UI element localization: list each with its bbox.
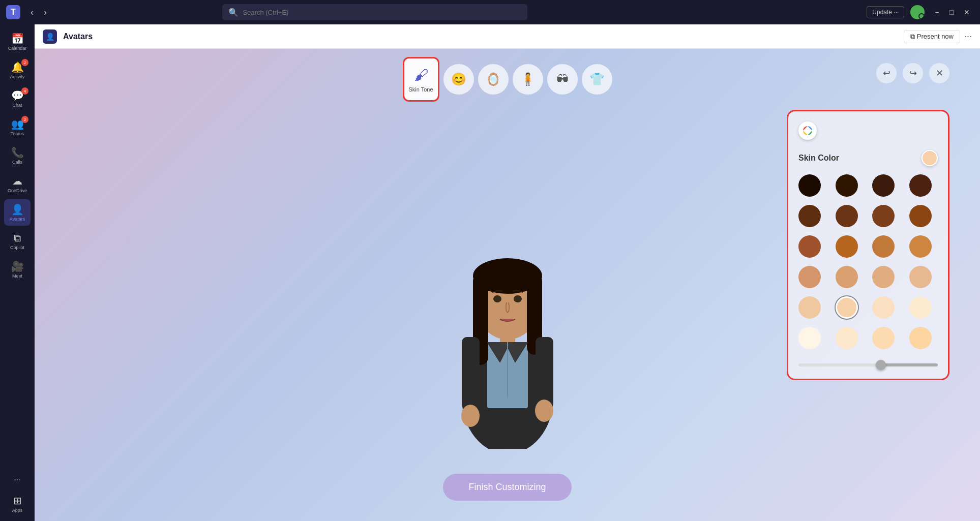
body-button[interactable]: 🧍 [513,64,543,95]
color-swatch-19[interactable] [909,296,932,319]
svg-point-12 [514,295,522,302]
avatar-toolbar: 🖌 Skin Tone 😊 🪞 🧍 🕶 👕 [403,57,612,102]
user-avatar[interactable] [910,5,925,19]
window-controls: − □ ✕ [931,6,974,18]
sidebar-item-copilot[interactable]: ⧉ Copilot [4,228,31,254]
color-swatch-6[interactable] [872,205,895,227]
skin-tone-icon: 🖌 [414,67,428,83]
undo-button[interactable]: ↩ [876,63,897,83]
accessories-button[interactable]: 🕶 [547,64,578,95]
minimize-button[interactable]: − [931,6,943,18]
sidebar-item-teams[interactable]: 👥 Teams 2 [4,114,31,140]
panel-title-row: Skin Color [798,150,938,166]
skin-tone-label: Skin Tone [408,86,433,93]
color-swatch-23[interactable] [909,327,932,349]
face-icon: 😊 [451,72,466,86]
search-input[interactable] [243,9,521,16]
color-swatch-21[interactable] [836,327,858,349]
color-swatch-7[interactable] [909,205,932,227]
back-button[interactable]: ‹ [26,5,38,20]
nav-buttons: ‹ › [26,5,51,20]
svg-point-9 [461,405,480,427]
close-customizer-button[interactable]: ✕ [929,63,949,83]
hair-icon: 🪞 [486,72,501,86]
present-now-label: Present now [917,33,954,40]
panel-title: Skin Color [798,154,839,163]
content-area: 👤 Avatars ⧉ Present now ··· 🖌 Skin Tone … [35,24,980,521]
panel-google-icon [798,121,817,140]
sidebar-item-activity[interactable]: 🔔 Activity 2 [4,57,31,83]
sidebar-item-apps[interactable]: ⊞ Apps [4,491,31,517]
calls-icon: 📞 [11,146,24,159]
app-header-title: Avatars [63,32,93,41]
color-swatch-14[interactable] [872,266,895,288]
color-swatch-22[interactable] [872,327,895,349]
panel-selected-swatch[interactable] [922,150,938,166]
color-swatch-17[interactable] [836,296,858,319]
color-swatch-5[interactable] [836,205,858,227]
sidebar-label-avatars: Avatars [10,217,25,222]
google-colors-icon [802,125,813,136]
outfit-button[interactable]: 👕 [582,64,612,95]
avatars-icon: 👤 [11,203,24,216]
color-swatch-3[interactable] [909,174,932,197]
face-button[interactable]: 😊 [443,64,474,95]
sidebar-label-calls: Calls [12,160,22,165]
forward-button[interactable]: › [40,5,51,20]
sidebar-item-calendar[interactable]: 📅 Calendar [4,28,31,55]
color-swatch-15[interactable] [909,266,932,288]
hair-button[interactable]: 🪞 [478,64,509,95]
sidebar-label-meet: Meet [12,273,22,279]
present-icon: ⧉ [910,33,915,41]
activity-badge: 2 [21,59,28,66]
sidebar-item-onedrive[interactable]: ☁ OneDrive [4,171,31,197]
sidebar-item-meet[interactable]: 🎥 Meet [4,256,31,283]
maximize-button[interactable]: □ [945,6,958,18]
svg-rect-8 [536,337,553,408]
color-swatch-16[interactable] [798,296,821,319]
sidebar-item-chat[interactable]: 💬 Chat 4 [4,85,31,112]
copilot-icon: ⧉ [14,232,21,244]
sidebar-item-calls[interactable]: 📞 Calls [4,142,31,169]
color-swatch-13[interactable] [836,266,858,288]
color-swatch-20[interactable] [798,327,821,349]
color-swatch-11[interactable] [909,235,932,258]
finish-customizing-button[interactable]: Finish Customizing [443,474,571,501]
color-swatch-18[interactable] [872,296,895,319]
title-bar-right: Update ··· − □ ✕ [867,5,974,19]
sidebar-label-chat: Chat [12,103,22,108]
calendar-icon: 📅 [11,33,24,45]
color-swatch-8[interactable] [798,235,821,258]
header-right: ⧉ Present now ··· [904,30,972,43]
color-swatch-4[interactable] [798,205,821,227]
sidebar-label-copilot: Copilot [10,245,24,250]
color-grid [798,174,938,349]
sidebar-label-calendar: Calendar [8,46,27,51]
present-now-button[interactable]: ⧉ Present now [904,30,960,43]
toolbar-actions: ↩ ↪ ✕ [876,63,949,83]
skin-tone-slider[interactable] [798,363,938,366]
search-icon: 🔍 [228,8,239,17]
sidebar-more-icon[interactable]: ··· [10,471,24,488]
close-button[interactable]: ✕ [960,6,974,18]
color-swatch-0[interactable] [798,174,821,197]
outfit-icon: 👕 [589,72,605,86]
header-more-button[interactable]: ··· [964,31,972,42]
update-button[interactable]: Update ··· [867,6,904,18]
body-icon: 🧍 [520,72,536,86]
sidebar-label-teams: Teams [11,131,24,136]
app-header: 👤 Avatars ⧉ Present now ··· [35,24,980,49]
skin-tone-button[interactable]: 🖌 Skin Tone [403,57,439,102]
chat-badge: 4 [21,87,28,95]
color-swatch-2[interactable] [872,174,895,197]
color-swatch-12[interactable] [798,266,821,288]
accessories-icon: 🕶 [556,72,569,86]
color-swatch-9[interactable] [836,235,858,258]
sidebar-item-avatars[interactable]: 👤 Avatars [4,199,31,226]
svg-point-15 [806,129,810,133]
color-swatch-1[interactable] [836,174,858,197]
redo-button[interactable]: ↪ [903,63,923,83]
color-swatch-10[interactable] [872,235,895,258]
sidebar-label-apps: Apps [12,508,23,513]
search-bar[interactable]: 🔍 [222,4,527,20]
